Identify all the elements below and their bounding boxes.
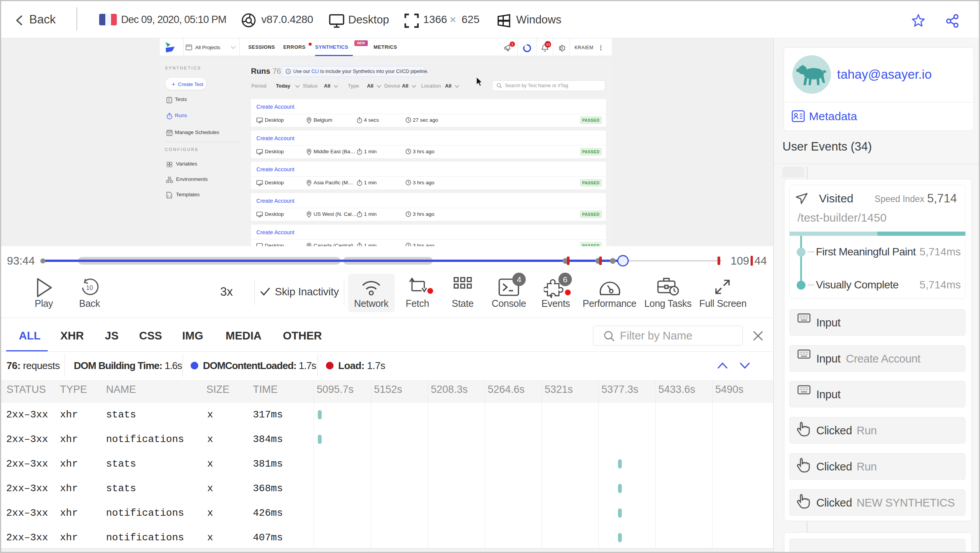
svg-text:10: 10 xyxy=(86,285,93,291)
